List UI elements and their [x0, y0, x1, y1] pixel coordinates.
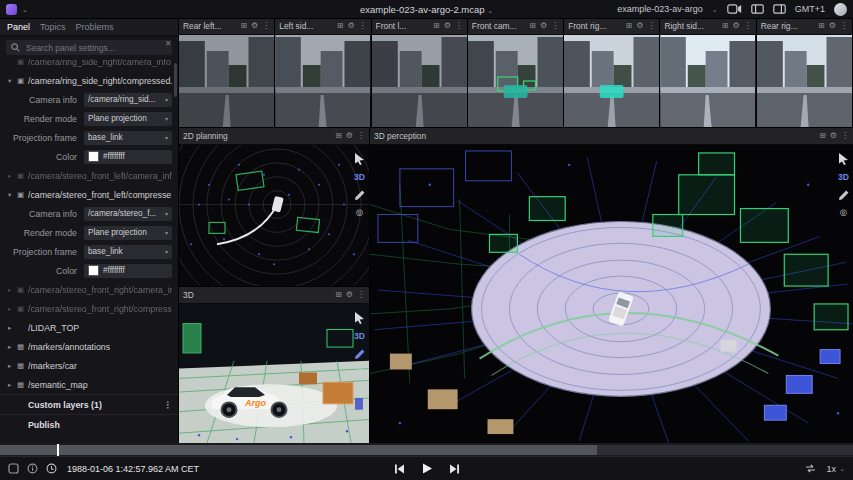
settings-icon[interactable]: ⚙	[251, 22, 258, 30]
close-sidebar-icon[interactable]: ×	[165, 39, 171, 49]
info-icon[interactable]	[27, 463, 38, 474]
value-dropdown[interactable]: /camera/stereo_f... ▾	[84, 207, 172, 221]
sidebar-row[interactable]: Publish ▾	[0, 414, 178, 434]
sidebar-row[interactable]: Projection frame base_link ▾	[0, 128, 178, 147]
pointer-tool-icon[interactable]	[838, 153, 849, 165]
more-icon[interactable]: ⋮	[551, 22, 559, 30]
sidebar-tab[interactable]: Topics	[40, 22, 66, 32]
more-icon[interactable]: ⋮	[841, 132, 849, 140]
camera-image[interactable]	[179, 35, 274, 127]
sidebar-row[interactable]: Camera info /camera/ring_sid... ▾	[0, 90, 178, 109]
more-icon[interactable]: ⋮	[840, 22, 848, 30]
timezone-button[interactable]: GMT+1	[795, 4, 825, 14]
sidebar-row[interactable]: ▸ ▣ /camera/stereo_front_right/camera_in…	[0, 280, 178, 299]
value-dropdown[interactable]: Plane projection ▾	[84, 112, 172, 126]
sidebar-row[interactable]: ▸ ▣ /camera/stereo_front_right/compress.…	[0, 299, 178, 318]
more-icon[interactable]: ⋮	[647, 22, 655, 30]
settings-icon[interactable]: ⚙	[346, 291, 353, 299]
sidebar-row[interactable]: ▾ ▣ /camera/stereo_front_left/compresse.…	[0, 185, 178, 204]
sidebar-row[interactable]: Camera info /camera/stereo_f... ▾	[0, 204, 178, 223]
split-icon[interactable]: ⊞	[433, 22, 440, 30]
pencil-tool-icon[interactable]	[355, 349, 365, 359]
more-icon[interactable]: ⋮	[455, 22, 463, 30]
settings-icon[interactable]: ⚙	[444, 22, 451, 30]
settings-icon[interactable]: ⚙	[829, 22, 836, 30]
more-icon[interactable]: ⋮	[357, 291, 365, 299]
sidebar-row[interactable]: ▾ ▣ /camera/ring_side_right/compressed..…	[0, 71, 178, 90]
more-icon[interactable]: ⋮	[262, 22, 270, 30]
more-icon[interactable]: ⋮	[744, 22, 752, 30]
settings-icon[interactable]: ⚙	[347, 22, 354, 30]
perception-view[interactable]: 3D ◎	[370, 145, 853, 443]
camera-image[interactable]	[275, 35, 370, 127]
left-sidebar-toggle-icon[interactable]	[751, 4, 764, 14]
value-dropdown[interactable]: Plane projection ▾	[84, 226, 172, 240]
row-more-icon[interactable]: ⋮	[163, 400, 172, 410]
settings-icon[interactable]: ⚙	[733, 22, 740, 30]
layout-chevron-icon[interactable]: ⌄	[712, 6, 718, 13]
expand-arrow-icon[interactable]: ▸	[8, 362, 17, 370]
split-icon[interactable]: ⊞	[337, 22, 344, 30]
3d-toggle-button[interactable]: 3D	[838, 173, 849, 182]
sidebar-row[interactable]: ▸ ▦ /markers/annotations ▾	[0, 337, 178, 356]
expand-arrow-icon[interactable]: ▸	[8, 172, 17, 180]
timeline-track[interactable]	[0, 445, 853, 455]
right-sidebar-toggle-icon[interactable]	[773, 4, 786, 14]
split-icon[interactable]: ⊞	[240, 22, 247, 30]
planning-view[interactable]: 3D ◎	[179, 145, 369, 286]
more-icon[interactable]: ⋮	[359, 22, 367, 30]
expand-arrow-icon[interactable]: ▸	[8, 381, 17, 389]
expand-arrow-icon[interactable]: ▸	[8, 343, 17, 351]
recenter-tool-icon[interactable]: ◎	[840, 208, 847, 217]
seek-backward-icon[interactable]	[393, 463, 405, 475]
3d-toggle-button[interactable]: 3D	[354, 332, 365, 341]
sidebar-row[interactable]: ▸ ▦ /semantic_map ▾	[0, 375, 178, 394]
sidebar-row[interactable]: Custom layers (1) ▾ ⋮	[0, 394, 178, 414]
more-icon[interactable]: ⋮	[357, 132, 365, 140]
sidebar-row[interactable]: ▸ ▣ /camera/stereo_front_left/camera_inf…	[0, 166, 178, 185]
pencil-tool-icon[interactable]	[839, 190, 849, 200]
loop-icon[interactable]	[804, 463, 817, 474]
sidebar-row[interactable]: Render mode Plane projection ▾	[0, 109, 178, 128]
camera-image[interactable]	[372, 35, 467, 127]
expand-arrow-icon[interactable]: ▾	[8, 77, 17, 85]
model-view[interactable]: Argo 3D ◎	[179, 304, 369, 443]
sidebar-row[interactable]: Projection frame base_link ▾	[0, 242, 178, 261]
pencil-tool-icon[interactable]	[355, 190, 365, 200]
sidebar-tab[interactable]: Problems	[76, 22, 114, 32]
split-icon[interactable]: ⊞	[335, 132, 342, 140]
timeline-playhead[interactable]	[57, 444, 59, 456]
search-input[interactable]	[24, 42, 167, 54]
expand-arrow-icon[interactable]: ▾	[8, 191, 17, 199]
expand-arrow-icon[interactable]: ▸	[8, 305, 17, 313]
split-icon[interactable]: ⊞	[722, 22, 729, 30]
data-source-title[interactable]: example-023-av-argo-2.mcap	[360, 4, 485, 15]
split-icon[interactable]: ⊞	[818, 22, 825, 30]
camera-image[interactable]	[468, 35, 563, 127]
value-dropdown[interactable]: #ffffffff ▾	[84, 150, 172, 164]
expand-arrow-icon[interactable]: ▸	[8, 286, 17, 294]
sidebar-row[interactable]: Render mode Plane projection ▾	[0, 223, 178, 242]
layout-status-icon[interactable]	[8, 463, 19, 474]
sidebar-row[interactable]: Color #ffffffff ▾	[0, 261, 178, 280]
split-icon[interactable]: ⊞	[626, 22, 633, 30]
layout-name[interactable]: example-023-av-argo	[617, 4, 703, 14]
split-icon[interactable]: ⊞	[529, 22, 536, 30]
split-icon[interactable]: ⊞	[335, 291, 342, 299]
seek-forward-icon[interactable]	[448, 463, 460, 475]
pointer-tool-icon[interactable]	[354, 153, 365, 165]
expand-arrow-icon[interactable]: ▸	[8, 324, 17, 332]
recenter-tool-icon[interactable]: ◎	[356, 208, 363, 217]
value-dropdown[interactable]: base_link ▾	[84, 245, 172, 259]
recenter-tool-icon[interactable]: ◎	[356, 367, 363, 376]
pointer-tool-icon[interactable]	[354, 312, 365, 324]
clock-icon[interactable]	[46, 463, 57, 474]
color-swatch[interactable]	[88, 151, 99, 162]
value-dropdown[interactable]: /camera/ring_sid... ▾	[84, 93, 172, 107]
settings-icon[interactable]: ⚙	[830, 132, 837, 140]
settings-icon[interactable]: ⚙	[636, 22, 643, 30]
color-swatch[interactable]	[88, 265, 99, 276]
sidebar-row[interactable]: ▸ /LIDAR_TOP ▾	[0, 318, 178, 337]
playback-speed[interactable]: 1x ⌄	[827, 464, 845, 474]
camera-image[interactable]	[757, 35, 852, 127]
